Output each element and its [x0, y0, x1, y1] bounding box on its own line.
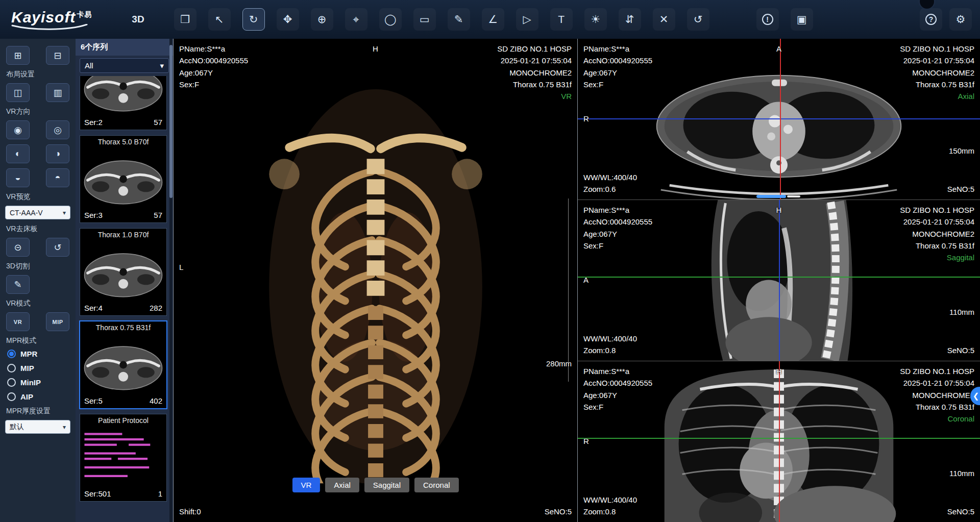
tool-ellipse-roi-button[interactable]: ◯: [379, 8, 402, 31]
axial-crosshair-vertical[interactable]: [780, 39, 781, 200]
coronal-viewport[interactable]: PName:S***a AccNO:0004920555 Age:067Y Se…: [578, 361, 980, 522]
patient-accno: AccNO:0004920555: [583, 55, 652, 66]
tool-zoom-in-button[interactable]: ⊕: [311, 8, 333, 31]
hospital-name: SD ZIBO NO.1 HOSP: [900, 365, 974, 377]
vr-dir-anterior-button[interactable]: ◉: [6, 120, 30, 139]
patient-info-overlay: PName:S***a AccNO:0004920555 Age:067Y Se…: [583, 365, 652, 413]
axial-view-button[interactable]: Axial: [325, 478, 359, 492]
tool-text-annotation-button[interactable]: T: [550, 8, 573, 31]
layout-right-panel-button[interactable]: ▥: [46, 83, 69, 102]
top-toolbar: Kayisoft卡易 3D ❒ ↖ ↻ ✥ ⊕ ⌖ ◯ ▭ ✎ ∠ ▷ T ☀ …: [0, 0, 980, 39]
mpr-mode-label: MPR模式: [6, 336, 69, 345]
axial-crosshair-horizontal[interactable]: [578, 118, 980, 119]
left-sidebar: ⊞ ⊟ 布局设置 ◫ ▥ VR方向 ◉ ◎ ◐ ◑ ◒ ◓ VR预览: [0, 39, 76, 522]
study-info-overlay: SD ZIBO NO.1 HOSP 2025-01-21 07:55:04 MO…: [900, 365, 974, 425]
tool-pan-button[interactable]: ✥: [277, 8, 299, 31]
tool-brightness-button[interactable]: ☀: [584, 8, 607, 31]
vr-dir-left-button[interactable]: ◐: [6, 144, 30, 163]
thumbnail-title: Patient Protocol: [80, 414, 166, 427]
tool-rect-roi-button[interactable]: ▭: [413, 8, 436, 31]
tool-reset-button[interactable]: ↺: [687, 8, 709, 31]
vr-mode-vr-button[interactable]: VR: [6, 312, 30, 331]
settings-button[interactable]: ⚙: [949, 8, 972, 31]
scale-ruler: [568, 198, 569, 382]
view-type-label: Saggital: [900, 252, 974, 263]
brightness-icon: ☀: [591, 13, 600, 26]
mpr-mode-option-mip[interactable]: MIP: [7, 364, 68, 372]
photometric-interpretation: MONOCHROME2: [900, 67, 974, 79]
tool-cursor-button[interactable]: ↖: [208, 8, 231, 31]
coronal-crosshair-vertical[interactable]: [779, 361, 780, 522]
tool-cine-play-button[interactable]: ▷: [516, 8, 538, 31]
layout-2x2-button[interactable]: ◫: [6, 83, 30, 102]
mpr-thickness-select[interactable]: 默认 ▾: [5, 420, 70, 434]
thumbnail-series-number: Ser:501: [84, 489, 111, 498]
tool-angle-button[interactable]: ∠: [482, 8, 504, 31]
help-icon: ?: [925, 14, 937, 25]
layout-2x2-icon: ◫: [13, 87, 22, 98]
tool-crosshair-button[interactable]: ⌖: [345, 8, 368, 31]
layout-grid-button[interactable]: ⊞: [6, 46, 30, 65]
series-thumbnail-ser501[interactable]: Patient Protocol Ser:501 1: [80, 414, 167, 502]
axial-slice-scrollbar[interactable]: [756, 195, 786, 198]
mpr-mode-option-minip[interactable]: MinIP: [7, 378, 68, 387]
vr-mode-label: VR模式: [6, 299, 69, 308]
view-switch-buttons: VR Axial Saggital Coronal: [292, 478, 458, 492]
help-button[interactable]: ?: [920, 8, 942, 31]
series-count-header: 6个序列: [76, 39, 173, 56]
series-filter-select[interactable]: All ▾: [80, 58, 169, 73]
vr-reset-button[interactable]: ↺: [46, 238, 69, 257]
vr-viewport[interactable]: PName:S***a AccNO:0004920555 Age:067Y Se…: [174, 39, 578, 522]
study-info-overlay: SD ZIBO NO.1 HOSP 2025-01-21 07:55:04 MO…: [497, 43, 572, 102]
vr-dir-superior-button[interactable]: ◒: [6, 168, 30, 187]
tool-volume-3d-button[interactable]: ❒: [174, 8, 197, 31]
saggital-view-button[interactable]: Saggital: [364, 478, 409, 492]
series-thumbnail-ser5-selected[interactable]: Thorax 0.75 B31f Ser:5 402: [80, 321, 167, 409]
patient-name: PName:S***a: [583, 204, 652, 216]
window-level-status: WW/WL:400/40: [583, 171, 637, 183]
vr-dir-right-icon: ◑: [55, 148, 61, 159]
vr-dir-left-icon: ◐: [15, 148, 21, 159]
orientation-marker-left: R: [583, 435, 589, 447]
series-thumbnail-ser3[interactable]: Thorax 5.0 B70f Ser:3 57: [80, 135, 167, 223]
series-scrollbar-track[interactable]: [169, 39, 173, 522]
cut-freehand-button[interactable]: ✎: [6, 275, 30, 294]
vr-mode-vr-icon: VR: [14, 319, 22, 325]
cut-freehand-icon: ✎: [14, 279, 21, 290]
vr-view-button[interactable]: VR: [292, 478, 320, 492]
thumbnail-title: Thorax 5.0 B70f: [80, 136, 166, 148]
view-type-label: Axial: [900, 90, 974, 102]
vr-dir-posterior-button[interactable]: ◎: [46, 120, 69, 139]
mpr-mode-option-mpr[interactable]: MPR: [7, 350, 68, 358]
axial-viewport[interactable]: PName:S***a AccNO:0004920555 Age:067Y Se…: [578, 39, 980, 200]
tool-save-button[interactable]: ▣: [791, 8, 813, 31]
vr-dir-right-button[interactable]: ◑: [46, 144, 69, 163]
tool-delete-button[interactable]: ✕: [653, 8, 675, 31]
layout-protocol-button[interactable]: ⊟: [46, 46, 69, 65]
tool-info-button[interactable]: !: [756, 8, 779, 31]
orientation-marker-top: H: [373, 43, 378, 55]
mode-3d-label: 3D: [132, 14, 144, 25]
mpr-mode-option-aip[interactable]: AIP: [7, 392, 68, 401]
orientation-marker-top: H: [776, 365, 782, 377]
sagittal-viewport[interactable]: PName:S***a AccNO:0004920555 Age:067Y Se…: [578, 200, 980, 361]
tool-rotate-3d-button[interactable]: ↻: [242, 8, 265, 31]
series-scrollbar-thumb[interactable]: [169, 45, 173, 198]
tool-measure-button[interactable]: ✎: [448, 8, 470, 31]
tool-window-level-button[interactable]: ⇵: [619, 8, 641, 31]
vr-dir-inferior-button[interactable]: ◓: [46, 168, 69, 187]
zoom-status: Zoom:0.8: [583, 506, 637, 517]
series-thumbnail-ser4[interactable]: Thorax 1.0 B70f Ser:4 282: [80, 228, 167, 316]
remove-table-button[interactable]: ⊝: [6, 238, 30, 257]
layout-grid-icon: ⊞: [14, 50, 21, 61]
view-type-label: VR: [497, 90, 572, 102]
coronal-view-button[interactable]: Coronal: [414, 478, 459, 492]
info-icon: !: [762, 14, 773, 25]
vr-preset-label: VR预览: [6, 192, 69, 202]
sagittal-crosshair-vertical[interactable]: [779, 200, 780, 361]
series-number-status: SeNO:5: [947, 344, 974, 356]
thumbnail-image-count: 1: [158, 489, 162, 498]
vr-preset-select[interactable]: CT-AAA-V ▾: [5, 206, 70, 219]
series-thumbnail-ser2[interactable]: Ser:2 57: [80, 76, 167, 130]
vr-mode-mip-button[interactable]: MIP: [46, 312, 69, 331]
